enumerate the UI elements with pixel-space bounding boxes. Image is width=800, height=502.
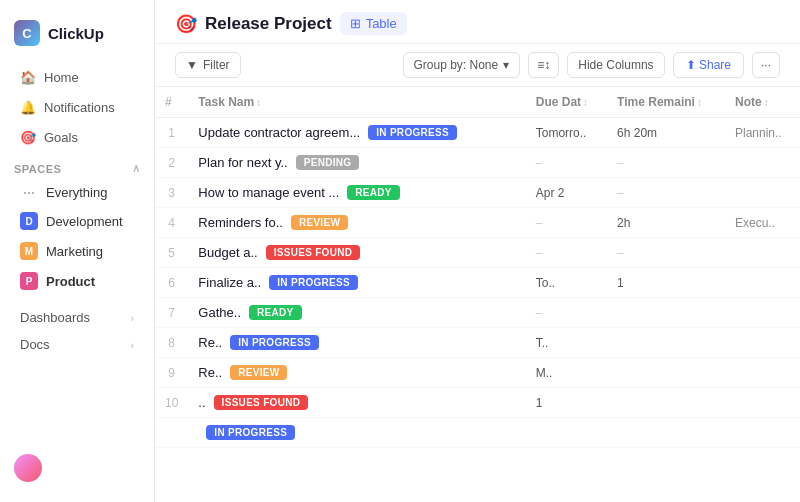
chevron-right-icon: ›	[130, 312, 134, 324]
row-time-remaining	[607, 358, 725, 388]
row-time-remaining	[607, 418, 725, 448]
row-number: 8	[155, 328, 188, 358]
chevron-down-icon: ▾	[503, 58, 509, 72]
col-time-remaining[interactable]: Time Remaini↕	[607, 87, 725, 118]
row-notes	[725, 388, 800, 418]
chevron-icon: ∧	[132, 162, 141, 175]
app-logo: C ClickUp	[0, 12, 154, 62]
space-label: Marketing	[46, 244, 103, 259]
status-badge: PENDING	[296, 155, 360, 170]
logo-icon: C	[14, 20, 40, 46]
dashboards-label: Dashboards	[20, 310, 90, 325]
sort-button[interactable]: ≡↕	[528, 52, 559, 78]
docs-label: Docs	[20, 337, 50, 352]
table-view-tab[interactable]: ⊞ Table	[340, 12, 407, 35]
row-task-name: Plan for next y..PENDING	[188, 148, 488, 177]
row-notes	[725, 358, 800, 388]
task-table: # Task Nam↕ Due Dat↕ Time Remaini↕ Note↕…	[155, 87, 800, 448]
row-time-remaining: 6h 20m	[607, 118, 725, 148]
space-label: Product	[46, 274, 95, 289]
user-avatar[interactable]	[14, 454, 42, 482]
table-row[interactable]: 4Reminders fo..REVIEW–2hExecu..	[155, 208, 800, 238]
table-row[interactable]: 7Gathe..READY–	[155, 298, 800, 328]
sidebar-item-notifications[interactable]: 🔔 Notifications	[6, 93, 148, 121]
sidebar-item-goals[interactable]: 🎯 Goals	[6, 123, 148, 151]
row-notes	[725, 298, 800, 328]
row-notes	[725, 148, 800, 178]
row-time-remaining: –	[607, 178, 725, 208]
filter-button[interactable]: ▼ Filter	[175, 52, 241, 78]
share-icon: ⬆	[686, 58, 696, 72]
row-number: 9	[155, 358, 188, 388]
status-badge: IN PROGRESS	[368, 125, 457, 140]
row-time-remaining	[607, 328, 725, 358]
table-row[interactable]: 3How to manage event ...READYApr 2–	[155, 178, 800, 208]
view-tab-label: Table	[366, 16, 397, 31]
status-badge: REVIEW	[230, 365, 287, 380]
sidebar-item-label: Home	[44, 70, 79, 85]
row-task-name: Gathe..READY	[188, 298, 488, 327]
dev-dot: D	[20, 212, 38, 230]
row-time-remaining: –	[607, 148, 725, 178]
row-time-remaining	[607, 388, 725, 418]
sidebar-item-everything[interactable]: ⋯ Everything	[6, 180, 148, 205]
row-task-name: IN PROGRESS	[188, 418, 488, 447]
project-icon: 🎯	[175, 13, 197, 35]
row-notes: Execu..	[725, 208, 800, 238]
status-badge: IN PROGRESS	[269, 275, 358, 290]
docs-section[interactable]: Docs ›	[6, 332, 148, 357]
filter-icon: ▼	[186, 58, 198, 72]
group-by-button[interactable]: Group by: None ▾	[403, 52, 521, 78]
row-number: 10	[155, 388, 188, 418]
row-notes	[725, 238, 800, 268]
row-task-name: Reminders fo..REVIEW	[188, 208, 488, 237]
row-notes	[725, 178, 800, 208]
table-row[interactable]: 2Plan for next y..PENDING––	[155, 148, 800, 178]
row-task-name: ..ISSUES FOUND	[188, 388, 488, 417]
sort-icon: ≡↕	[537, 58, 550, 72]
status-badge: ISSUES FOUND	[214, 395, 309, 410]
row-number: 1	[155, 118, 188, 148]
share-button[interactable]: ⬆ Share	[673, 52, 744, 78]
ellipsis-icon: ···	[761, 58, 771, 72]
main-header: 🎯 Release Project ⊞ Table	[155, 0, 800, 44]
row-number: 6	[155, 268, 188, 298]
row-number: 5	[155, 238, 188, 268]
col-due-date[interactable]: Due Dat↕	[526, 87, 607, 118]
row-notes	[725, 268, 800, 298]
dashboards-section[interactable]: Dashboards ›	[6, 305, 148, 330]
status-badge: ISSUES FOUND	[266, 245, 361, 260]
table-row[interactable]: 10..ISSUES FOUND1	[155, 388, 800, 418]
status-badge: IN PROGRESS	[230, 335, 319, 350]
row-number: 7	[155, 298, 188, 328]
table-row[interactable]: 9Re..REVIEWM..	[155, 358, 800, 388]
sidebar-item-label: Notifications	[44, 100, 115, 115]
table-row[interactable]: 1Update contractor agreem...IN PROGRESST…	[155, 118, 800, 148]
row-notes	[725, 418, 800, 448]
row-due-date: M..	[526, 358, 607, 388]
toolbar: ▼ Filter Group by: None ▾ ≡↕ Hide Column…	[155, 44, 800, 87]
task-table-container: # Task Nam↕ Due Dat↕ Time Remaini↕ Note↕…	[155, 87, 800, 502]
table-row[interactable]: IN PROGRESS	[155, 418, 800, 448]
col-notes[interactable]: Note↕	[725, 87, 800, 118]
sidebar-item-development[interactable]: D Development	[6, 207, 148, 235]
table-row[interactable]: 6Finalize a..IN PROGRESSTo..1	[155, 268, 800, 298]
row-due-date	[526, 418, 607, 448]
col-task-name[interactable]: Task Nam↕	[188, 87, 525, 118]
more-options-button[interactable]: ···	[752, 52, 780, 78]
hide-columns-button[interactable]: Hide Columns	[567, 52, 664, 78]
filter-label: Filter	[203, 58, 230, 72]
row-number: 3	[155, 178, 188, 208]
sidebar-item-product[interactable]: P Product	[6, 267, 148, 295]
sidebar-item-marketing[interactable]: M Marketing	[6, 237, 148, 265]
status-badge: READY	[347, 185, 400, 200]
bell-icon: 🔔	[20, 99, 36, 115]
row-time-remaining	[607, 298, 725, 328]
row-task-name: How to manage event ...READY	[188, 178, 488, 207]
row-time-remaining: 1	[607, 268, 725, 298]
sidebar-item-home[interactable]: 🏠 Home	[6, 63, 148, 91]
table-row[interactable]: 5Budget a..ISSUES FOUND––	[155, 238, 800, 268]
table-row[interactable]: 8Re..IN PROGRESST..	[155, 328, 800, 358]
row-number	[155, 418, 188, 448]
sidebar-item-label: Goals	[44, 130, 78, 145]
